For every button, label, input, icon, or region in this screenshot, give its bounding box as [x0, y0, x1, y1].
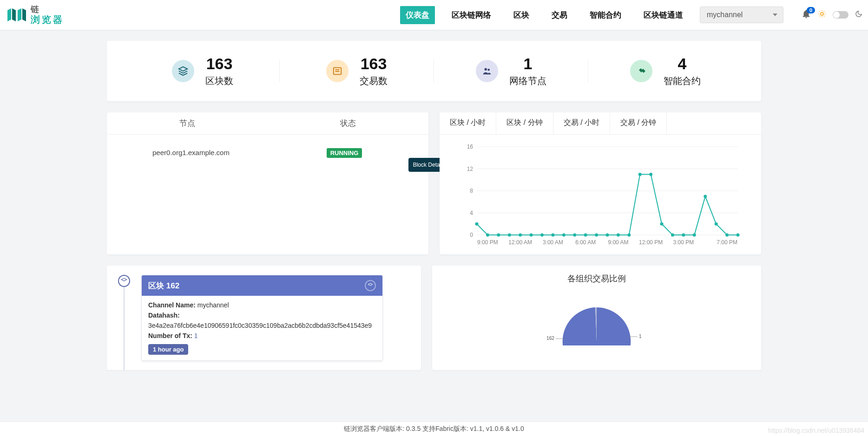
tx-count-value[interactable]: 1: [194, 332, 198, 339]
svg-text:0: 0: [470, 232, 473, 238]
svg-point-32: [519, 234, 522, 237]
tab-tx-min[interactable]: 交易 / 分钟: [610, 112, 667, 134]
chart-card: 区块 / 小时 区块 / 分钟 交易 / 小时 交易 / 分钟 04812169…: [440, 112, 761, 254]
svg-point-49: [704, 195, 707, 198]
svg-point-38: [584, 234, 587, 237]
peer-row[interactable]: peer0.org1.example.com RUNNING: [107, 135, 428, 170]
stat-blocks: 163 区块数: [125, 55, 280, 87]
svg-text:6:00 AM: 6:00 AM: [575, 239, 596, 246]
svg-point-45: [660, 222, 664, 226]
svg-text:12: 12: [467, 166, 473, 172]
block-number: 162: [166, 281, 179, 290]
svg-point-43: [638, 173, 642, 176]
datahash-label: Datahash:: [148, 312, 180, 319]
stat-blocks-value: 163: [205, 55, 233, 73]
nav-blocks[interactable]: 区块: [508, 6, 535, 24]
nav: 仪表盘 区块链网络 区块 交易 智能合约 区块链通道 mychannel 0: [400, 6, 862, 24]
list-icon: [326, 60, 349, 82]
svg-point-48: [693, 234, 696, 237]
svg-point-8: [485, 68, 487, 71]
svg-point-37: [573, 234, 576, 237]
pie-chart: 1621: [546, 290, 648, 345]
handshake-icon: [630, 60, 652, 82]
svg-text:7:00 PM: 7:00 PM: [717, 239, 737, 246]
status-badge: RUNNING: [327, 148, 362, 158]
stat-chaincodes-value: 4: [664, 55, 701, 73]
svg-point-42: [627, 234, 631, 237]
header: 链 浏览器 仪表盘 区块链网络 区块 交易 智能合约 区块链通道 mychann…: [0, 0, 868, 30]
channel-value: mychannel: [197, 301, 229, 309]
block-ring-icon: [365, 280, 376, 291]
peer-col-node: 节点: [107, 112, 268, 134]
svg-point-4: [821, 13, 823, 15]
nav-network[interactable]: 区块链网络: [446, 6, 497, 24]
svg-marker-1: [12, 8, 16, 21]
svg-point-28: [475, 222, 479, 226]
peer-name: peer0.org1.example.com: [114, 149, 268, 156]
logo: 链 浏览器: [6, 5, 64, 25]
moon-icon: [855, 10, 862, 20]
svg-point-40: [606, 234, 609, 237]
stat-nodes: 1 网络节点: [434, 55, 588, 87]
svg-point-50: [715, 222, 718, 226]
svg-point-31: [508, 234, 511, 237]
timeline-card: 区块 162 Channel Name: mychannel Datahash:…: [107, 266, 421, 370]
svg-text:162: 162: [546, 336, 554, 341]
channel-select[interactable]: mychannel: [700, 7, 783, 23]
stat-tx-value: 163: [360, 55, 388, 73]
pie-title: 各组织交易比例: [440, 273, 754, 284]
svg-text:3:00 PM: 3:00 PM: [673, 239, 694, 246]
nav-channels[interactable]: 区块链通道: [638, 6, 689, 24]
svg-point-34: [540, 234, 544, 237]
tx-count-label: Number of Tx:: [148, 332, 192, 339]
svg-point-30: [497, 234, 500, 237]
nav-transactions[interactable]: 交易: [546, 6, 573, 24]
bell-icon[interactable]: 0: [801, 9, 811, 21]
svg-marker-2: [18, 8, 21, 21]
stat-chaincodes-label: 智能合约: [664, 75, 701, 87]
svg-marker-0: [7, 8, 11, 21]
stat-nodes-label: 网络节点: [509, 75, 546, 87]
cube-icon: [172, 60, 194, 82]
svg-point-47: [682, 234, 685, 237]
nav-dashboard[interactable]: 仪表盘: [400, 6, 435, 24]
tab-tx-hour[interactable]: 交易 / 小时: [553, 112, 610, 134]
sun-icon: [818, 10, 826, 20]
theme-toggle[interactable]: [833, 11, 848, 19]
svg-point-52: [736, 234, 740, 237]
stat-nodes-value: 1: [509, 55, 546, 73]
svg-text:12:00 AM: 12:00 AM: [508, 239, 532, 246]
svg-text:9:00 PM: 9:00 PM: [477, 239, 498, 246]
line-chart: 04812169:00 PM12:00 AM3:00 AM6:00 AM9:00…: [447, 142, 754, 249]
svg-text:1: 1: [639, 334, 642, 339]
pie-card: 各组织交易比例 1621: [432, 266, 761, 370]
svg-text:9:00 AM: 9:00 AM: [608, 239, 628, 246]
svg-point-35: [551, 234, 554, 237]
stat-blocks-label: 区块数: [205, 75, 233, 87]
nav-chaincodes[interactable]: 智能合约: [584, 6, 627, 24]
time-chip: 1 hour ago: [148, 344, 188, 355]
svg-text:16: 16: [467, 143, 473, 150]
svg-text:4: 4: [470, 210, 473, 216]
block-card[interactable]: 区块 162 Channel Name: mychannel Datahash:…: [141, 275, 383, 361]
svg-text:3:00 AM: 3:00 AM: [543, 239, 563, 246]
users-icon: [476, 60, 498, 82]
svg-point-51: [725, 234, 729, 237]
svg-point-41: [617, 234, 620, 237]
svg-text:12:00 PM: 12:00 PM: [639, 239, 663, 246]
stat-tx: 163 交易数: [280, 55, 434, 87]
logo-title-line1: 链: [31, 5, 64, 14]
datahash-value: 3e4a2ea76fcb6e4e10906591fc0c30359c109ba2…: [148, 322, 376, 329]
peer-col-status: 状态: [268, 112, 428, 134]
svg-point-36: [562, 234, 566, 237]
block-title-prefix: 区块: [148, 281, 164, 290]
logo-title-line2: 浏览器: [31, 14, 64, 25]
svg-point-39: [595, 234, 598, 237]
stats-card: 163 区块数 163 交易数 1 网络节点: [107, 41, 761, 101]
timeline-marker-icon: [118, 275, 130, 287]
svg-marker-3: [22, 8, 26, 21]
logo-icon: [6, 6, 27, 24]
tab-blocks-hour[interactable]: 区块 / 小时: [440, 112, 496, 134]
tab-blocks-min[interactable]: 区块 / 分钟: [496, 112, 553, 134]
stat-tx-label: 交易数: [360, 75, 388, 87]
